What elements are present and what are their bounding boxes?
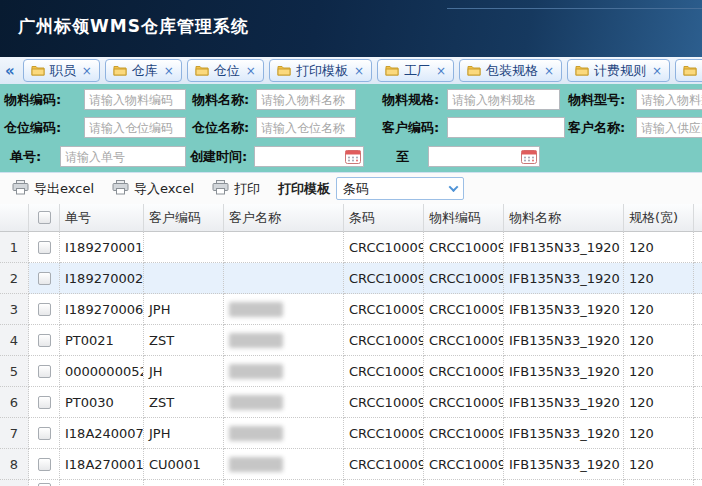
tab-document-type[interactable]: 单据类型 × — [675, 59, 702, 82]
cell-material-code: CRCC10009 — [424, 387, 504, 418]
tab-warehouse[interactable]: 仓库 × — [105, 59, 182, 82]
material-model-label: 物料型号: — [568, 89, 625, 110]
cell-material-code: CRCC10009 — [424, 263, 504, 294]
row-checkbox[interactable] — [38, 427, 51, 440]
order-no-label: 单号: — [10, 146, 41, 167]
col-header-material-name[interactable]: 物料名称 — [504, 204, 624, 232]
date-to-label: 至 — [396, 146, 409, 167]
data-grid: 单号 客户编码 客户名称 条码 物料编码 物料名称 规格(宽) 1 I18927… — [0, 204, 702, 486]
row-checkbox[interactable] — [38, 241, 51, 254]
customer-code-input[interactable] — [447, 117, 565, 138]
location-code-input[interactable] — [84, 117, 186, 138]
tab-print-template[interactable]: 打印模板 × — [269, 59, 372, 82]
cell-material-code: CRCC10009 — [424, 449, 504, 480]
table-row[interactable]: 4 PT0021 ZST CRCC10009 CRCC10009 IFB135N… — [0, 325, 702, 356]
tab-close-icon[interactable]: × — [544, 65, 554, 77]
col-header-barcode[interactable]: 条码 — [344, 204, 424, 232]
table-row[interactable]: 6 PT0030 ZST CRCC10009 CRCC10009 IFB135N… — [0, 387, 702, 418]
folder-icon — [31, 65, 45, 76]
cell-order-no: I189270002 — [60, 263, 144, 294]
export-excel-button[interactable]: 导出excel — [6, 177, 100, 201]
redacted-customer-name — [229, 395, 283, 410]
cell-material-code: CRCC10009 — [424, 294, 504, 325]
created-from-date-field — [254, 146, 364, 167]
print-template-select[interactable]: 条码 — [336, 177, 464, 200]
row-checkbox[interactable] — [38, 272, 51, 285]
order-no-input[interactable] — [60, 146, 186, 167]
print-button[interactable]: 打印 — [206, 177, 266, 201]
row-checkbox[interactable] — [38, 303, 51, 316]
cell-barcode: CRCC10009 — [344, 232, 424, 263]
table-row-partial[interactable] — [0, 480, 702, 486]
tab-factory[interactable]: 工厂 × — [377, 59, 454, 82]
material-spec-input[interactable] — [447, 89, 560, 110]
customer-name-label: 客户名称: — [568, 117, 625, 138]
cell-spec-width — [624, 480, 694, 486]
table-row[interactable]: 3 I189270006 JPH CRCC10009 CRCC10009 IFB… — [0, 294, 702, 325]
row-checkbox-cell — [29, 263, 60, 294]
printer-icon — [112, 180, 129, 198]
tab-close-icon[interactable]: × — [246, 65, 256, 77]
col-header-order-no[interactable]: 单号 — [60, 204, 144, 232]
created-to-date-input[interactable] — [429, 147, 519, 166]
cell-spec-width: 120 — [624, 294, 694, 325]
table-row[interactable]: 5 0000000052 JH CRCC100091 CRCC10009 IFB… — [0, 356, 702, 387]
location-name-input[interactable] — [256, 117, 356, 138]
cell-customer-code: CU0001 — [144, 449, 224, 480]
cell-material-name — [504, 480, 624, 486]
table-row[interactable]: 8 I18A270001 CU0001 CRCC10009 CRCC10009 … — [0, 449, 702, 480]
tab-packaging-spec[interactable]: 包装规格 × — [459, 59, 562, 82]
import-excel-label: 导入excel — [134, 180, 194, 198]
col-header-customer-name[interactable]: 客户名称 — [224, 204, 344, 232]
cell-material-code: CRCC10009 — [424, 232, 504, 263]
row-checkbox-cell — [29, 449, 60, 480]
material-code-input[interactable] — [84, 89, 186, 110]
cell-barcode: CRCC10009 — [344, 263, 424, 294]
material-model-input[interactable] — [636, 89, 702, 110]
row-checkbox[interactable] — [38, 365, 51, 378]
table-row[interactable]: 1 I189270001 CRCC10009 CRCC10009 IFB135N… — [0, 232, 702, 263]
table-row[interactable]: 2 I189270002 CRCC10009 CRCC10009 IFB135N… — [0, 263, 702, 294]
col-header-material-code[interactable]: 物料编码 — [424, 204, 504, 232]
redacted-customer-name — [229, 333, 283, 348]
tab-close-icon[interactable]: × — [436, 65, 446, 77]
import-excel-button[interactable]: 导入excel — [106, 177, 200, 201]
app-title: 广州标领WMS仓库管理系统 — [18, 15, 249, 38]
calendar-icon[interactable] — [345, 149, 361, 164]
customer-name-input[interactable] — [636, 117, 702, 138]
folder-icon — [277, 65, 291, 76]
table-row[interactable]: 7 I18A240007 JPH CRCC10009 CRCC10009 IFB… — [0, 418, 702, 449]
cell-customer-code: JPH — [144, 294, 224, 325]
printer-icon — [12, 180, 29, 198]
filter-panel: 物料编码: 物料名称: 物料规格: 物料型号: 仓位编码: 仓位名称: 客户编码… — [0, 84, 702, 172]
cell-material-code: CRCC10009 — [424, 356, 504, 387]
col-header-spec-width[interactable]: 规格(宽) — [624, 204, 694, 232]
tab-billing-rules[interactable]: 计费规则 × — [567, 59, 670, 82]
select-all-checkbox[interactable] — [38, 211, 51, 224]
tab-staff[interactable]: 职员 × — [23, 59, 100, 82]
folder-icon — [467, 65, 481, 76]
row-checkbox[interactable] — [38, 334, 51, 347]
folder-icon — [683, 65, 697, 76]
tab-scroll-left-button[interactable]: « — [5, 62, 15, 80]
cell-barcode: CRCC10009 — [344, 449, 424, 480]
created-from-date-input[interactable] — [255, 147, 343, 166]
cell-order-no: 0000000052 — [60, 356, 144, 387]
cell-spec-width: 120 — [624, 387, 694, 418]
row-checkbox[interactable] — [38, 396, 51, 409]
tab-close-icon[interactable]: × — [354, 65, 364, 77]
col-header-customer-code[interactable]: 客户编码 — [144, 204, 224, 232]
tab-storage-location[interactable]: 仓位 × — [187, 59, 264, 82]
redacted-customer-name — [229, 426, 283, 441]
material-name-input[interactable] — [256, 89, 356, 110]
cell-spec-width: 120 — [624, 263, 694, 294]
tab-close-icon[interactable]: × — [164, 65, 174, 77]
row-number — [0, 480, 29, 486]
cell-material-name: IFB135N33_1920 — [504, 387, 624, 418]
tab-close-icon[interactable]: × — [652, 65, 662, 77]
row-checkbox[interactable] — [38, 458, 51, 471]
material-name-label: 物料名称: — [192, 89, 249, 110]
tab-close-icon[interactable]: × — [82, 65, 92, 77]
calendar-icon[interactable] — [521, 149, 537, 164]
cell-filler — [694, 449, 702, 480]
